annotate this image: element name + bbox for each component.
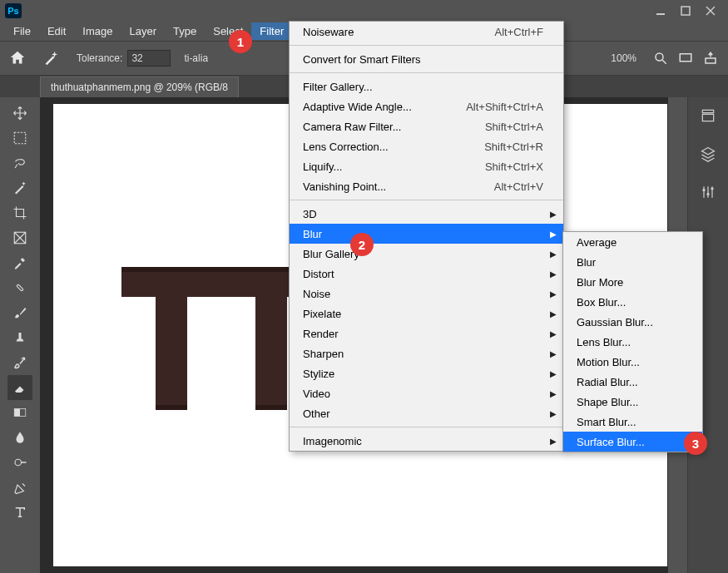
menu-item-sharpen[interactable]: Sharpen▶ xyxy=(290,343,563,363)
menu-item-lenscorrection[interactable]: Lens Correction...Shift+Ctrl+R xyxy=(290,136,563,156)
close-button[interactable] xyxy=(698,2,723,20)
maximize-button[interactable] xyxy=(673,2,698,20)
lasso-tool-icon[interactable] xyxy=(7,151,32,175)
svg-rect-7 xyxy=(706,58,716,63)
handoff-icon[interactable] xyxy=(701,49,720,67)
submenu-item-motionblur[interactable]: Motion Blur... xyxy=(563,352,702,372)
tolerance-input[interactable]: 32 xyxy=(127,50,171,67)
menu-item-filtergallery[interactable]: Filter Gallery... xyxy=(290,77,563,96)
svg-point-4 xyxy=(656,53,663,61)
menu-item-blur[interactable]: Blur▶ xyxy=(290,224,563,244)
menu-item-3d[interactable]: 3D▶ xyxy=(290,204,563,224)
menu-item-noise[interactable]: Noise▶ xyxy=(290,284,563,304)
svg-rect-14 xyxy=(14,409,20,417)
title-bar: Ps xyxy=(0,0,728,21)
menu-image[interactable]: Image xyxy=(74,22,121,40)
submenu-item-radialblur[interactable]: Radial Blur... xyxy=(563,372,702,392)
history-brush-tool-icon[interactable] xyxy=(7,350,32,375)
menu-item-liquify[interactable]: Liquify...Shift+Ctrl+X xyxy=(290,156,563,176)
menu-edit[interactable]: Edit xyxy=(39,22,74,40)
submenu-item-shapeblur[interactable]: Shape Blur... xyxy=(563,392,702,412)
menu-item-video[interactable]: Video▶ xyxy=(290,383,563,403)
menu-item-adaptivewideangle[interactable]: Adaptive Wide Angle...Alt+Shift+Ctrl+A xyxy=(290,96,563,116)
layers-icon[interactable] xyxy=(696,142,720,165)
menu-item-other[interactable]: Other▶ xyxy=(290,403,563,423)
adjustments-icon[interactable] xyxy=(696,180,720,204)
frame-tool-icon[interactable] xyxy=(7,225,32,250)
brush-tool-icon[interactable] xyxy=(7,300,32,325)
menu-item-imagenomic[interactable]: Imagenomic▶ xyxy=(290,431,563,451)
app-badge: Ps xyxy=(5,3,22,18)
wand-tool-icon[interactable] xyxy=(7,175,32,200)
gradient-tool-icon[interactable] xyxy=(7,400,32,425)
submenu-item-average[interactable]: Average xyxy=(563,232,702,252)
callout-1: 1 xyxy=(229,30,252,53)
menu-item-vanishingpoint[interactable]: Vanishing Point...Alt+Ctrl+V xyxy=(290,176,563,196)
move-tool-icon[interactable] xyxy=(7,101,32,126)
submenu-item-blurmore[interactable]: Blur More xyxy=(563,272,702,292)
magic-wand-icon[interactable] xyxy=(42,49,60,67)
callout-2: 2 xyxy=(350,233,374,256)
type-tool-icon[interactable] xyxy=(7,500,32,525)
menu-type[interactable]: Type xyxy=(165,22,205,40)
svg-rect-6 xyxy=(680,54,691,62)
submenu-item-gaussianblur[interactable]: Gaussian Blur... xyxy=(563,312,702,332)
svg-rect-8 xyxy=(14,132,26,144)
menu-layer[interactable]: Layer xyxy=(121,22,166,40)
minimize-button[interactable] xyxy=(648,2,673,20)
callout-3: 3 xyxy=(684,432,707,455)
dodge-tool-icon[interactable] xyxy=(7,450,32,475)
svg-line-5 xyxy=(662,60,666,64)
menu-item-pixelate[interactable]: Pixelate▶ xyxy=(290,304,563,324)
tool-bar xyxy=(0,97,41,573)
menu-item-camerarawfilter[interactable]: Camera Raw Filter...Shift+Ctrl+A xyxy=(290,116,563,136)
blur-tool-icon[interactable] xyxy=(7,425,32,450)
submenu-item-surfaceblur[interactable]: Surface Blur... xyxy=(563,432,702,452)
stamp-tool-icon[interactable] xyxy=(7,325,32,350)
crop-tool-icon[interactable] xyxy=(7,200,32,225)
menu-filter[interactable]: Filter xyxy=(251,22,292,40)
menu-item-render[interactable]: Render▶ xyxy=(290,324,563,343)
menu-separator xyxy=(290,72,563,73)
submenu-item-boxblur[interactable]: Box Blur... xyxy=(563,292,702,312)
svg-point-17 xyxy=(702,189,705,191)
submenu-item-lensblur[interactable]: Lens Blur... xyxy=(563,332,702,352)
menu-item-stylize[interactable]: Stylize▶ xyxy=(290,363,563,383)
menu-separator xyxy=(290,200,563,200)
svg-rect-1 xyxy=(681,7,690,15)
menu-separator xyxy=(290,45,563,46)
search-icon[interactable] xyxy=(651,49,670,67)
svg-point-15 xyxy=(15,459,22,466)
pen-tool-icon[interactable] xyxy=(7,475,32,500)
menu-item-noiseware[interactable]: Noiseware Alt+Ctrl+F xyxy=(290,22,563,42)
screenmode-icon[interactable] xyxy=(676,49,695,67)
submenu-item-smartblur[interactable]: Smart Blur... xyxy=(563,412,702,432)
healing-tool-icon[interactable] xyxy=(7,275,32,300)
document-tab[interactable]: thuthuatphanmem.png @ 209% (RGB/8 xyxy=(40,77,239,97)
menu-separator xyxy=(290,427,563,427)
menu-item-blurgallery[interactable]: Blur Gallery▶ xyxy=(290,244,563,264)
eyedropper-tool-icon[interactable] xyxy=(7,250,32,275)
marquee-tool-icon[interactable] xyxy=(7,126,32,151)
home-icon[interactable] xyxy=(8,49,27,67)
menu-item-smartfilters[interactable]: Convert for Smart Filters xyxy=(290,49,563,69)
submenu-item-blur[interactable]: Blur xyxy=(563,252,702,272)
menu-file[interactable]: File xyxy=(5,22,39,40)
filter-menu: Noiseware Alt+Ctrl+F Convert for Smart F… xyxy=(289,21,564,452)
svg-point-19 xyxy=(711,187,713,190)
zoom-readout[interactable]: 100% xyxy=(611,52,636,64)
svg-rect-12 xyxy=(17,284,23,291)
menu-item-distort[interactable]: Distort▶ xyxy=(290,264,563,284)
blur-submenu: Average Blur Blur More Box Blur... Gauss… xyxy=(562,231,703,452)
eraser-tool-icon[interactable] xyxy=(7,375,32,400)
libraries-icon[interactable] xyxy=(696,104,720,127)
antialias-fragment: ti-alia xyxy=(184,52,208,64)
tolerance-label: Tolerance: xyxy=(77,52,122,64)
svg-point-18 xyxy=(706,193,709,195)
